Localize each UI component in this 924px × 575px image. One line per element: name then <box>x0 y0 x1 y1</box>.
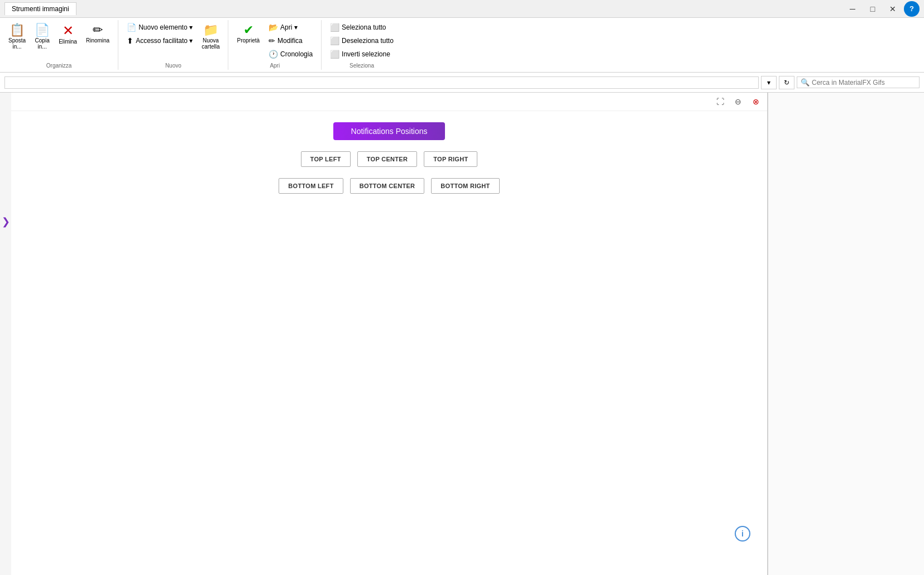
nuovo-elemento-icon: 📄 <box>127 23 136 32</box>
ribbon-group-apri: ✔ Proprietà 📂 Apri ▾ ✏ Modifica 🕐 Cronol… <box>228 20 322 70</box>
apri-label: Apri <box>270 63 280 69</box>
seleziona-tutto-button[interactable]: ⬜ Seleziona tutto <box>326 21 398 33</box>
top-position-buttons-row: TOP LEFT TOP CENTER TOP RIGHT <box>301 151 478 167</box>
apri-label: Apri ▾ <box>280 23 298 31</box>
modifica-button[interactable]: ✏ Modifica <box>265 35 317 47</box>
tab-label: Strumenti immagini <box>12 5 69 13</box>
address-input[interactable] <box>4 76 759 89</box>
search-icon: 🔍 <box>801 78 810 87</box>
elimina-label: Elimina <box>59 39 77 45</box>
minimize-preview-icon[interactable]: ⊖ <box>731 95 745 108</box>
modifica-label: Modifica <box>277 37 303 45</box>
elimina-button[interactable]: ✕ Elimina <box>55 21 81 47</box>
nuova-cartella-button[interactable]: 📁 Nuovacartella <box>198 21 223 52</box>
notifications-positions-button[interactable]: Notifications Positions <box>333 122 445 140</box>
seleziona-items: ⬜ Seleziona tutto ⬜ Deseleziona tutto ⬜ … <box>326 21 398 60</box>
maximize-button[interactable]: □ <box>864 1 882 17</box>
cronologia-button[interactable]: 🕐 Cronologia <box>265 48 317 60</box>
main-area: ❯ ⛶ ⊖ ⊗ Notifications Positions TOP LEFT… <box>0 93 924 575</box>
inverti-label: Inverti selezione <box>342 50 390 58</box>
inverti-icon: ⬜ <box>330 50 339 59</box>
copia-icon: 📄 <box>35 24 50 36</box>
minimize-button[interactable]: ─ <box>844 1 861 17</box>
nuovo-items: 📄 Nuovo elemento ▾ ⬆ Accesso facilitato … <box>123 21 223 60</box>
refresh-button[interactable]: ↻ <box>779 76 794 89</box>
ribbon-group-nuovo: 📄 Nuovo elemento ▾ ⬆ Accesso facilitato … <box>118 20 228 70</box>
preview-toolbar: ⛶ ⊖ ⊗ <box>11 93 767 111</box>
deseleziona-label: Deseleziona tutto <box>342 37 394 45</box>
apri-small-buttons: 📂 Apri ▾ ✏ Modifica 🕐 Cronologia <box>265 21 317 60</box>
search-input[interactable] <box>812 79 912 87</box>
elimina-icon: ✕ <box>63 24 74 37</box>
preview-pane: ⛶ ⊖ ⊗ Notifications Positions TOP LEFT T… <box>11 93 768 575</box>
copia-label: Copiain... <box>35 37 50 50</box>
seleziona-label: Seleziona <box>350 63 374 69</box>
close-preview-icon[interactable]: ⊗ <box>749 95 763 108</box>
nuovo-label: Nuovo <box>165 63 181 69</box>
proprieta-label: Proprietà <box>237 37 260 44</box>
preview-content: Notifications Positions TOP LEFT TOP CEN… <box>11 111 767 205</box>
apri-items: ✔ Proprietà 📂 Apri ▾ ✏ Modifica 🕐 Cronol… <box>233 21 317 60</box>
deseleziona-icon: ⬜ <box>330 36 339 45</box>
info-symbol: i <box>741 529 744 538</box>
organizza-label: Organizza <box>46 63 72 69</box>
title-bar-right: ─ □ ✕ ? <box>844 1 920 17</box>
bottom-left-button[interactable]: BOTTOM LEFT <box>279 178 343 194</box>
ribbon-content: 📋 Spostain... 📄 Copiain... ✕ Elimina ✏ R… <box>0 18 924 72</box>
deseleziona-tutto-button[interactable]: ⬜ Deseleziona tutto <box>326 35 398 47</box>
bottom-right-button[interactable]: BOTTOM RIGHT <box>431 178 499 194</box>
seleziona-tutto-label: Seleziona tutto <box>342 23 386 31</box>
sposta-button[interactable]: 📋 Spostain... <box>4 21 30 52</box>
fullscreen-icon[interactable]: ⛶ <box>714 95 727 108</box>
notifications-positions-label: Notifications Positions <box>351 127 428 136</box>
copia-button[interactable]: 📄 Copiain... <box>31 21 54 52</box>
help-button[interactable]: ? <box>904 1 920 17</box>
top-center-button[interactable]: TOP CENTER <box>357 151 418 167</box>
seleziona-tutto-icon: ⬜ <box>330 23 339 32</box>
accesso-facilitato-button[interactable]: ⬆ Accesso facilitato ▾ <box>123 35 197 47</box>
tab-strumenti-immagini[interactable]: Strumenti immagini <box>4 2 76 15</box>
top-left-button[interactable]: TOP LEFT <box>301 151 351 167</box>
nuovo-small-buttons: 📄 Nuovo elemento ▾ ⬆ Accesso facilitato … <box>123 21 197 47</box>
title-bar: Strumenti immagini ─ □ ✕ ? <box>0 0 924 18</box>
nuova-cartella-label: Nuovacartella <box>202 37 219 50</box>
sposta-label: Spostain... <box>8 37 26 50</box>
seleziona-small-buttons: ⬜ Seleziona tutto ⬜ Deseleziona tutto ⬜ … <box>326 21 398 60</box>
proprieta-icon: ✔ <box>243 24 253 36</box>
organizza-items: 📋 Spostain... 📄 Copiain... ✕ Elimina ✏ R… <box>4 21 113 60</box>
nuovo-elemento-button[interactable]: 📄 Nuovo elemento ▾ <box>123 21 197 33</box>
close-button[interactable]: ✕ <box>884 1 902 17</box>
address-dropdown-button[interactable]: ▾ <box>761 76 777 89</box>
left-chevron-panel[interactable]: ❯ <box>0 93 11 575</box>
inverti-selezione-button[interactable]: ⬜ Inverti selezione <box>326 48 398 60</box>
proprieta-button[interactable]: ✔ Proprietà <box>233 21 264 46</box>
nuova-cartella-icon: 📁 <box>203 24 218 36</box>
accesso-label: Accesso facilitato ▾ <box>136 37 193 45</box>
cronologia-icon: 🕐 <box>269 50 278 59</box>
ribbon: 📋 Spostain... 📄 Copiain... ✕ Elimina ✏ R… <box>0 18 924 73</box>
rinomina-icon: ✏ <box>93 24 103 36</box>
bottom-position-buttons-row: BOTTOM LEFT BOTTOM CENTER BOTTOM RIGHT <box>279 178 499 194</box>
address-bar: ▾ ↻ 🔍 <box>0 73 924 93</box>
accesso-icon: ⬆ <box>127 36 133 45</box>
nuovo-elemento-label: Nuovo elemento ▾ <box>138 23 193 31</box>
ribbon-group-seleziona: ⬜ Seleziona tutto ⬜ Deseleziona tutto ⬜ … <box>322 20 402 70</box>
apri-icon: 📂 <box>269 23 278 32</box>
top-right-button[interactable]: TOP RIGHT <box>424 151 477 167</box>
expand-arrow-icon[interactable]: ❯ <box>2 215 10 228</box>
title-bar-left: Strumenti immagini <box>4 2 76 15</box>
ribbon-group-organizza: 📋 Spostain... 📄 Copiain... ✕ Elimina ✏ R… <box>0 20 118 70</box>
info-icon[interactable]: i <box>735 526 750 542</box>
apri-button[interactable]: 📂 Apri ▾ <box>265 21 317 33</box>
sposta-icon: 📋 <box>9 24 25 36</box>
modifica-icon: ✏ <box>269 36 275 45</box>
rinomina-label: Rinomina <box>86 37 109 44</box>
cronologia-label: Cronologia <box>280 50 313 58</box>
search-box: 🔍 <box>797 76 920 88</box>
right-panel <box>768 93 924 575</box>
rinomina-button[interactable]: ✏ Rinomina <box>82 21 113 46</box>
bottom-center-button[interactable]: BOTTOM CENTER <box>350 178 425 194</box>
